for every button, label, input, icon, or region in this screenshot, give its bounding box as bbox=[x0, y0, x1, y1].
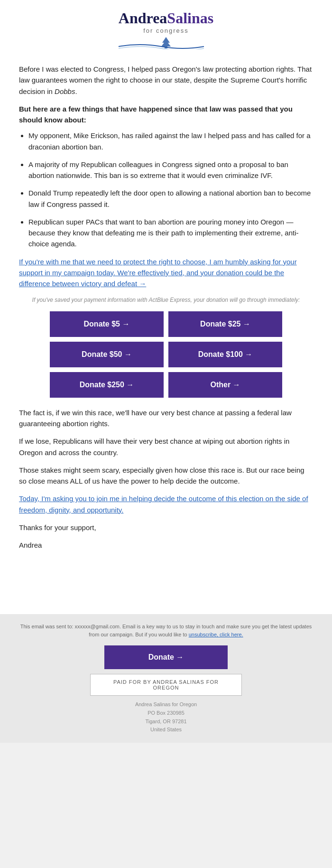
svg-marker-0 bbox=[161, 37, 171, 47]
paid-for-disclaimer: PAID FOR BY ANDREA SALINAS FOR OREGON bbox=[90, 674, 242, 696]
spacer bbox=[19, 557, 313, 605]
cta-link-paragraph[interactable]: If you're with me that we need to protec… bbox=[19, 256, 313, 289]
bullet-list: My opponent, Mike Erickson, has railed a… bbox=[28, 130, 313, 249]
logo-text: AndreaSalinas bbox=[119, 9, 213, 27]
cta-link2[interactable]: Today, I'm asking you to join me in help… bbox=[19, 495, 308, 513]
list-item: Donald Trump repeatedly left the door op… bbox=[28, 187, 313, 210]
thanks: Thanks for your support, bbox=[19, 522, 313, 533]
para3: Those stakes might seem scary, especiall… bbox=[19, 465, 313, 487]
logo-wave-icon bbox=[114, 36, 218, 49]
list-item: A majority of my Republican colleagues i… bbox=[28, 159, 313, 181]
logo-subtitle: for Congress bbox=[0, 27, 332, 34]
signature: Andrea bbox=[19, 540, 313, 551]
email-container: AndreaSalinas for Congress Before I was … bbox=[0, 0, 332, 743]
intro-paragraph: Before I was elected to Congress, I help… bbox=[19, 64, 313, 97]
donate-250-button[interactable]: Donate $250 → bbox=[50, 372, 164, 398]
header: AndreaSalinas for Congress bbox=[0, 0, 332, 54]
bold-heading: But here are a few things that have happ… bbox=[19, 103, 313, 126]
cta-link2-paragraph[interactable]: Today, I'm asking you to join me in help… bbox=[19, 493, 313, 515]
donate-25-button[interactable]: Donate $25 → bbox=[168, 311, 282, 337]
cta-link[interactable]: If you're with me that we need to protec… bbox=[19, 258, 297, 288]
footer-donate-button[interactable]: Donate → bbox=[104, 645, 228, 669]
unsubscribe-link[interactable]: unsubscribe, click here. bbox=[189, 632, 243, 637]
footer: This email was sent to: xxxxxx@gmail.com… bbox=[0, 614, 332, 742]
logo-andrea: Andrea bbox=[119, 9, 167, 27]
intro-italic: Dobbs bbox=[55, 87, 75, 95]
donate-other-button[interactable]: Other → bbox=[168, 372, 282, 398]
para1: The fact is, if we win this race, we'll … bbox=[19, 407, 313, 429]
donate-50-button[interactable]: Donate $50 → bbox=[50, 342, 164, 367]
footer-email-note: This email was sent to: xxxxxx@gmail.com… bbox=[19, 623, 313, 639]
donate-grid: Donate $5 → Donate $25 → Donate $50 → Do… bbox=[50, 311, 282, 398]
list-item: Republican super PACs that want to ban a… bbox=[28, 216, 313, 250]
logo-salinas: Salinas bbox=[167, 9, 213, 27]
list-item: My opponent, Mike Erickson, has railed a… bbox=[28, 130, 313, 152]
logo: AndreaSalinas for Congress bbox=[0, 9, 332, 49]
para2: If we lose, Republicans will have their … bbox=[19, 436, 313, 458]
donate-5-button[interactable]: Donate $5 → bbox=[50, 311, 164, 337]
main-content: Before I was elected to Congress, I help… bbox=[0, 54, 332, 614]
footer-address: Andrea Salinas for Oregon PO Box 230985 … bbox=[19, 700, 313, 734]
actblue-note: If you've saved your payment information… bbox=[19, 296, 313, 305]
donate-100-button[interactable]: Donate $100 → bbox=[168, 342, 282, 367]
